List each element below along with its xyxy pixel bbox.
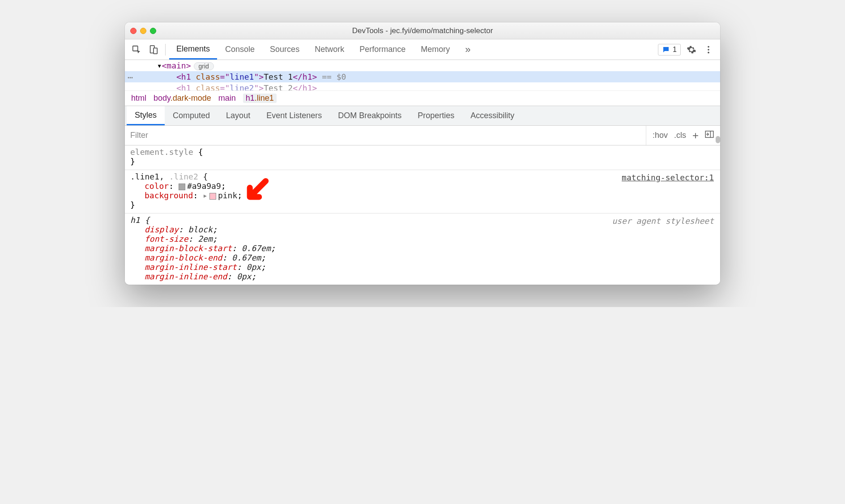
subtab-styles[interactable]: Styles <box>127 106 165 125</box>
declaration-display: display: block; <box>130 225 715 234</box>
dom-node-h1-line2[interactable]: <h1 class="line2">Test 2</h1> <box>125 82 720 90</box>
inspect-element-icon[interactable] <box>128 42 145 58</box>
declaration-background[interactable]: background: ▸pink; <box>130 191 715 200</box>
minimize-window-button[interactable] <box>140 28 146 34</box>
grid-badge[interactable]: grid <box>194 62 214 70</box>
close-window-button[interactable] <box>130 28 137 34</box>
separator <box>165 44 166 56</box>
expand-shorthand-icon[interactable]: ▸ <box>203 191 208 200</box>
subtab-dom-breakpoints[interactable]: DOM Breakpoints <box>330 106 410 125</box>
tab-network[interactable]: Network <box>307 39 351 60</box>
css-rule-user-agent-h1[interactable]: user agent stylesheet h1 { display: bloc… <box>125 214 720 285</box>
dom-node-selected[interactable]: <h1 class="line1">Test 1</h1> == $0 <box>125 71 720 82</box>
element-style-rule[interactable]: element.style { } <box>125 145 720 170</box>
dom-breadcrumb: html body.dark-mode main h1.line1 <box>125 90 720 106</box>
subtab-layout[interactable]: Layout <box>218 106 258 125</box>
svg-point-5 <box>708 51 709 53</box>
declaration-margin-inline-end: margin-inline-end: 0px; <box>130 272 715 281</box>
issues-count: 1 <box>673 46 677 54</box>
crumb-html[interactable]: html <box>131 94 146 103</box>
ellipsis-icon[interactable]: ⋯ <box>128 72 133 83</box>
cls-toggle[interactable]: .cls <box>674 131 686 140</box>
tab-memory[interactable]: Memory <box>414 39 457 60</box>
filter-tools: :hov .cls + <box>646 126 720 145</box>
subtab-properties[interactable]: Properties <box>410 106 462 125</box>
color-swatch-icon[interactable] <box>209 193 216 200</box>
color-swatch-icon[interactable] <box>179 184 185 190</box>
source-link[interactable]: matching-selector:1 <box>622 173 714 182</box>
new-style-rule-icon[interactable]: + <box>692 129 699 142</box>
declaration-margin-block-start: margin-block-start: 0.67em; <box>130 243 715 253</box>
titlebar: DevTools - jec.fyi/demo/matching-selecto… <box>125 22 720 39</box>
issues-button[interactable]: 1 <box>658 44 681 56</box>
tab-sources[interactable]: Sources <box>263 39 307 60</box>
svg-rect-2 <box>154 48 157 54</box>
filter-input[interactable] <box>125 131 646 140</box>
window-title: DevTools - jec.fyi/demo/matching-selecto… <box>125 26 720 35</box>
subtab-accessibility[interactable]: Accessibility <box>462 106 522 125</box>
tab-performance[interactable]: Performance <box>352 39 413 60</box>
svg-point-4 <box>708 49 709 51</box>
subtab-computed[interactable]: Computed <box>165 106 218 125</box>
declaration-font-size: font-size: 2em; <box>130 234 715 243</box>
hov-toggle[interactable]: :hov <box>653 131 668 140</box>
declaration-margin-block-end: margin-block-end: 0.67em; <box>130 253 715 262</box>
tabs-overflow[interactable]: » <box>458 39 478 60</box>
styles-subtabs: Styles Computed Layout Event Listeners D… <box>125 106 720 126</box>
window-controls <box>130 28 156 34</box>
settings-icon[interactable] <box>683 42 700 58</box>
declaration-margin-inline-start: margin-inline-start: 0px; <box>130 262 715 272</box>
css-rule-line1-line2[interactable]: matching-selector:1 .line1, .line2 { col… <box>125 170 720 214</box>
maximize-window-button[interactable] <box>150 28 156 34</box>
svg-point-3 <box>708 46 709 47</box>
scrollbar-thumb[interactable] <box>716 136 720 143</box>
crumb-h1[interactable]: h1.line1 <box>243 94 277 103</box>
kebab-menu-icon[interactable] <box>700 42 717 58</box>
device-toolbar-icon[interactable] <box>145 42 162 58</box>
tab-elements[interactable]: Elements <box>169 39 217 60</box>
dom-node-main[interactable]: ▾<main>grid <box>125 60 720 71</box>
toggle-sidebar-icon[interactable] <box>705 131 714 140</box>
dom-tree[interactable]: ⋯ ▾<main>grid <h1 class="line1">Test 1</… <box>125 60 720 90</box>
styles-pane: element.style { } matching-selector:1 .l… <box>125 145 720 285</box>
declaration-color[interactable]: color: #a9a9a9; <box>130 181 715 191</box>
crumb-body[interactable]: body.dark-mode <box>154 94 211 103</box>
crumb-main[interactable]: main <box>218 94 236 103</box>
tab-console[interactable]: Console <box>218 39 262 60</box>
main-toolbar: Elements Console Sources Network Perform… <box>125 39 720 60</box>
subtab-event-listeners[interactable]: Event Listeners <box>258 106 330 125</box>
devtools-window: DevTools - jec.fyi/demo/matching-selecto… <box>125 22 720 285</box>
styles-filter-row: :hov .cls + <box>125 126 720 145</box>
user-agent-label: user agent stylesheet <box>612 216 714 226</box>
